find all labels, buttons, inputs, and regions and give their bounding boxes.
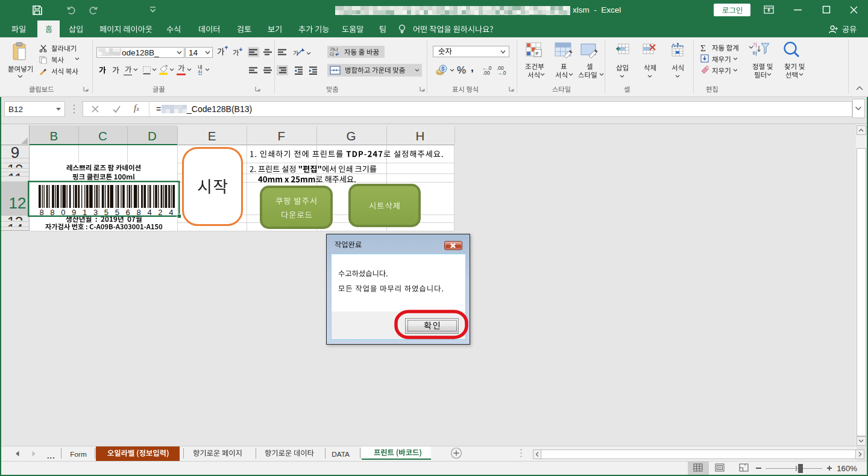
svg-text:.00: .00 [483,70,490,75]
svg-text:≠: ≠ [535,50,539,57]
svg-text:Σ: Σ [700,43,706,52]
svg-text:$: $ [441,66,444,72]
svg-text:→.0: →.0 [497,70,506,75]
